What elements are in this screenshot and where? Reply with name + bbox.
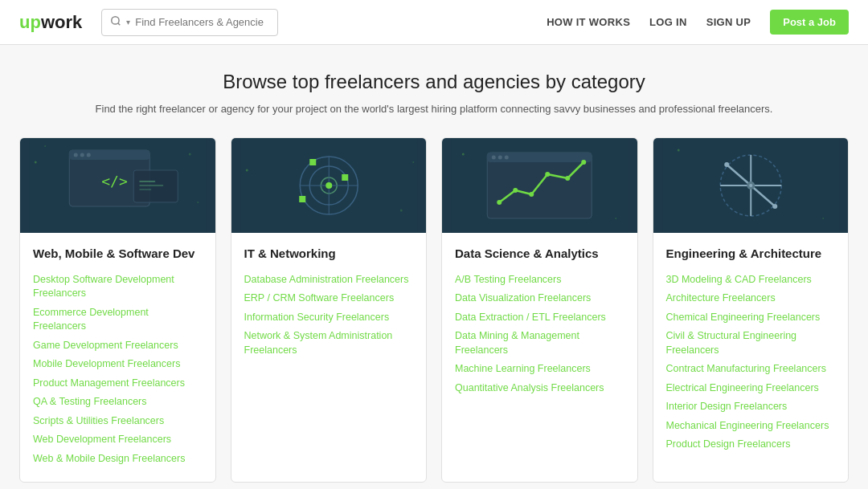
nav-log-in[interactable]: LOG IN <box>649 16 687 28</box>
search-bar[interactable]: ▾ <box>101 9 278 36</box>
card-link-item[interactable]: Desktop Software Development Freelancers <box>33 273 203 301</box>
logo-up: up <box>19 12 41 32</box>
card-body-data-science: Data Science & AnalyticsA/B Testing Free… <box>442 233 637 411</box>
svg-point-9 <box>74 153 78 157</box>
card-link-item[interactable]: Network & System Administration Freelanc… <box>244 329 414 357</box>
card-body-web-mobile-software: Web, Mobile & Software DevDesktop Softwa… <box>20 233 215 482</box>
card-link-item[interactable]: Electrical Engineering Freelancers <box>666 381 836 396</box>
logo-work: work <box>41 12 82 32</box>
card-link-item[interactable]: Quantitative Analysis Freelancers <box>455 381 624 396</box>
card-link-item[interactable]: QA & Testing Freelancers <box>33 395 203 410</box>
svg-point-3 <box>35 161 37 164</box>
card-link-item[interactable]: Database Administration Freelancers <box>244 273 414 287</box>
card-title-web-mobile-software: Web, Mobile & Software Dev <box>33 246 203 262</box>
category-card-engineering-architecture: Engineering & Architecture3D Modeling & … <box>653 137 850 483</box>
svg-point-26 <box>326 182 332 189</box>
card-link-item[interactable]: Information Security Freelancers <box>244 311 414 325</box>
card-links-web-mobile-software: Desktop Software Development Freelancers… <box>33 273 203 467</box>
card-link-item[interactable]: Machine Learning Freelancers <box>455 362 624 377</box>
card-link-item[interactable]: Civil & Structural Engineering Freelance… <box>666 329 836 357</box>
category-card-web-mobile-software: </> Web, Mobile & Software DevDesktop So… <box>19 137 216 483</box>
svg-point-35 <box>492 156 496 160</box>
svg-point-41 <box>545 172 550 177</box>
page-subtitle: Find the right freelancer or agency for … <box>19 103 849 115</box>
svg-point-42 <box>565 176 570 181</box>
card-link-item[interactable]: ERP / CRM Software Freelancers <box>244 291 414 306</box>
card-body-engineering-architecture: Engineering & Architecture3D Modeling & … <box>653 233 849 468</box>
search-dropdown-icon[interactable]: ▾ <box>126 18 130 26</box>
card-body-it-networking: IT & NetworkingDatabase Administration F… <box>231 233 427 373</box>
svg-rect-16 <box>139 189 151 190</box>
svg-point-20 <box>399 210 402 212</box>
card-link-item[interactable]: Chemical Engineering Freelancers <box>666 311 836 325</box>
svg-point-55 <box>724 162 729 167</box>
card-link-item[interactable]: Data Mining & Management Freelancers <box>455 329 624 357</box>
card-link-item[interactable]: Mechanical Engineering Freelancers <box>666 419 836 434</box>
category-grid: </> Web, Mobile & Software DevDesktop So… <box>19 137 849 483</box>
svg-point-31 <box>462 153 465 156</box>
svg-point-45 <box>677 149 679 152</box>
search-icon <box>110 15 121 30</box>
svg-point-40 <box>529 192 534 197</box>
svg-point-0 <box>112 16 119 23</box>
nav-how-it-works[interactable]: HOW IT WORKS <box>547 16 630 28</box>
card-image-engineering-architecture <box>653 138 849 233</box>
svg-point-18 <box>245 169 248 172</box>
card-link-item[interactable]: Product Design Freelancers <box>666 438 836 452</box>
svg-rect-14 <box>139 181 155 182</box>
card-link-item[interactable]: Ecommerce Development Freelancers <box>33 306 203 334</box>
card-link-item[interactable]: Interior Design Freelancers <box>666 400 836 414</box>
page-title: Browse top freelancers and agencies by c… <box>19 71 849 93</box>
svg-rect-34 <box>487 153 592 162</box>
svg-point-5 <box>189 153 191 156</box>
svg-point-6 <box>197 202 199 203</box>
svg-rect-29 <box>299 196 305 202</box>
logo[interactable]: upwork <box>19 12 82 33</box>
svg-rect-28 <box>342 174 348 181</box>
svg-point-43 <box>581 160 586 165</box>
card-link-item[interactable]: Game Development Freelancers <box>33 339 203 353</box>
card-link-item[interactable]: Mobile Development Freelancers <box>33 357 203 372</box>
post-job-button[interactable]: Post a Job <box>770 10 849 35</box>
card-link-item[interactable]: Contract Manufacturing Freelancers <box>666 362 836 377</box>
card-link-item[interactable]: Architecture Freelancers <box>666 291 836 306</box>
category-card-data-science: Data Science & AnalyticsA/B Testing Free… <box>441 137 638 483</box>
card-link-item[interactable]: Web Development Freelancers <box>33 433 203 447</box>
card-title-engineering-architecture: Engineering & Architecture <box>666 246 836 262</box>
svg-point-4 <box>44 145 46 147</box>
svg-point-36 <box>498 156 502 160</box>
svg-point-39 <box>513 188 518 193</box>
nav-sign-up[interactable]: SIGN UP <box>706 16 751 28</box>
card-link-item[interactable]: A/B Testing Freelancers <box>455 273 624 287</box>
card-links-engineering-architecture: 3D Modeling & CAD FreelancersArchitectur… <box>666 273 836 452</box>
category-card-it-networking: IT & NetworkingDatabase Administration F… <box>231 137 428 483</box>
svg-point-32 <box>615 218 616 219</box>
card-image-web-mobile-software: </> <box>20 138 215 233</box>
svg-line-1 <box>118 22 121 25</box>
svg-point-11 <box>87 153 91 157</box>
svg-rect-27 <box>309 159 316 165</box>
svg-point-37 <box>505 156 509 160</box>
card-link-item[interactable]: Data Visualization Freelancers <box>455 291 624 306</box>
card-title-data-science: Data Science & Analytics <box>455 246 624 262</box>
card-link-item[interactable]: 3D Modeling & CAD Freelancers <box>666 273 836 287</box>
svg-point-19 <box>412 161 414 163</box>
svg-point-46 <box>822 218 824 219</box>
card-links-data-science: A/B Testing FreelancersData Visualizatio… <box>455 273 624 396</box>
card-title-it-networking: IT & Networking <box>244 246 414 262</box>
card-image-data-science <box>442 138 637 233</box>
header: upwork ▾ HOW IT WORKS LOG IN SIGN UP Pos… <box>0 0 868 45</box>
svg-text:</>: </> <box>101 173 128 189</box>
svg-point-53 <box>749 184 752 187</box>
svg-rect-15 <box>139 185 163 186</box>
card-image-it-networking <box>231 138 427 233</box>
main-nav: HOW IT WORKS LOG IN SIGN UP Post a Job <box>547 10 849 35</box>
card-link-item[interactable]: Web & Mobile Design Freelancers <box>33 452 203 467</box>
card-link-item[interactable]: Product Management Freelancers <box>33 377 203 391</box>
svg-point-10 <box>80 153 84 157</box>
card-link-item[interactable]: Data Extraction / ETL Freelancers <box>455 311 624 325</box>
main-content: Browse top freelancers and agencies by c… <box>0 45 868 489</box>
card-link-item[interactable]: Scripts & Utilities Freelancers <box>33 414 203 429</box>
svg-point-38 <box>497 200 502 205</box>
search-input[interactable] <box>135 16 264 28</box>
